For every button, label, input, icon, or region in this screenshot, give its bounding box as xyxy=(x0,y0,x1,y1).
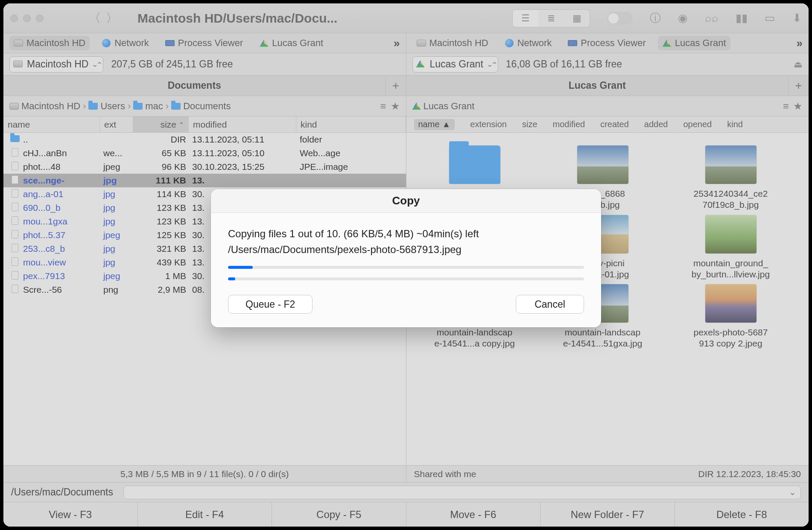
cell-modified: 13.11.2023, 05:11 xyxy=(192,134,300,145)
fn-button[interactable]: Edit - F4 xyxy=(138,502,272,527)
location-tab[interactable]: Process Viewer xyxy=(161,36,247,50)
quicklook-icon[interactable]: ◉ xyxy=(678,12,688,25)
location-tab[interactable]: Process Viewer xyxy=(564,36,650,50)
location-tab[interactable]: Lucas Grant xyxy=(658,36,730,50)
close-button[interactable] xyxy=(10,15,18,22)
status-bar: 5,3 MB / 5,5 MB in 9 / 11 file(s). 0 / 0… xyxy=(3,465,809,482)
cancel-button[interactable]: Cancel xyxy=(516,295,584,314)
table-row[interactable]: ..DIR13.11.2023, 05:11folder xyxy=(3,133,406,146)
fn-button[interactable]: Move - F6 xyxy=(406,502,541,527)
column-headers-left: name ext size⌃ modified kind xyxy=(3,116,406,133)
breadcrumb-item[interactable]: Macintosh HD xyxy=(21,101,80,112)
breadcrumb-right[interactable]: Lucas Grant ≡ ★ xyxy=(406,96,809,116)
display-icon[interactable]: ▭ xyxy=(765,12,775,25)
view-mode-segment[interactable]: ☰ ≣ ▦ xyxy=(512,9,590,27)
file-icon xyxy=(12,162,18,170)
fn-button[interactable]: View - F3 xyxy=(3,502,138,527)
location-tab[interactable]: Macintosh HD xyxy=(412,36,493,50)
breadcrumb-left[interactable]: Macintosh HD›Users›mac›Documents≡★ xyxy=(3,96,406,116)
binoculars-icon[interactable]: ⌕⌕ xyxy=(705,12,719,25)
window-controls xyxy=(10,15,44,22)
minimize-button[interactable] xyxy=(23,15,31,22)
cell-size: 111 KB xyxy=(137,175,192,186)
folder-icon xyxy=(171,103,181,110)
pause-icon[interactable]: ▮▮ xyxy=(736,12,748,25)
col-ext[interactable]: ext xyxy=(100,116,133,132)
free-space-left: 207,5 GB of 245,11 GB free xyxy=(111,58,233,70)
file-icon xyxy=(12,148,18,157)
tab-label: Process Viewer xyxy=(178,38,243,49)
thumbnail xyxy=(705,284,757,323)
path-dropdown[interactable] xyxy=(123,486,801,499)
col-name[interactable]: name xyxy=(3,116,100,132)
table-row[interactable]: cHJ...anBnwe...65 KB13.11.2023, 05:10Web… xyxy=(3,146,406,160)
google-drive-icon xyxy=(412,102,421,110)
path-tab-left[interactable]: Documents xyxy=(3,76,386,96)
cell-ext: jpg xyxy=(103,203,137,213)
command-path-bar: /Users/mac/Documents xyxy=(3,482,809,502)
col-kind[interactable]: kind xyxy=(727,119,743,129)
table-row[interactable]: phot....48jpeg96 KB30.10.2023, 15:25JPE.… xyxy=(3,160,406,174)
cell-ext: jpg xyxy=(103,216,137,227)
grid-view-icon[interactable]: ▦ xyxy=(564,10,590,27)
tabs-overflow-icon[interactable]: » xyxy=(797,37,803,50)
queue-button[interactable]: Queue - F2 xyxy=(228,295,313,314)
eject-icon[interactable]: ⏏ xyxy=(794,59,803,70)
nav-back-button[interactable]: 〈 xyxy=(86,10,103,27)
volume-name: Lucas Grant xyxy=(430,58,483,70)
menu-icon[interactable]: ≡ xyxy=(783,100,789,112)
file-icon xyxy=(12,230,18,239)
zoom-button[interactable] xyxy=(36,15,44,22)
grid-item[interactable]: 25341240344_ce270f19c8_b.jpg xyxy=(671,146,791,211)
cell-name: 253...c8_b xyxy=(23,244,103,254)
location-tab[interactable]: Macintosh HD xyxy=(9,36,90,50)
item-label: mountain_ground_by_burtn...llview.jpg xyxy=(692,258,770,280)
location-tab[interactable]: Network xyxy=(97,36,153,50)
column-view-icon[interactable]: ≣ xyxy=(538,10,564,27)
star-icon[interactable]: ★ xyxy=(793,100,803,112)
col-extension[interactable]: extension xyxy=(470,119,507,129)
col-name[interactable]: name ▲ xyxy=(414,119,455,130)
col-added[interactable]: added xyxy=(644,119,668,129)
col-size[interactable]: size xyxy=(522,119,537,129)
cell-kind: JPE...image xyxy=(300,162,406,172)
add-tab-left[interactable]: + xyxy=(386,76,406,96)
cell-name: Scre...-56 xyxy=(23,285,103,295)
toggle-switch[interactable] xyxy=(607,12,633,25)
tab-label: Network xyxy=(517,38,552,49)
grid-item[interactable]: mountain_ground_by_burtn...llview.jpg xyxy=(671,215,791,280)
nav-forward-button[interactable]: 〉 xyxy=(103,10,120,27)
fn-button[interactable]: Copy - F5 xyxy=(272,502,406,527)
fn-button[interactable]: Delete - F8 xyxy=(675,502,809,527)
star-icon[interactable]: ★ xyxy=(391,100,400,112)
col-opened[interactable]: opened xyxy=(683,119,712,129)
path-tab-right[interactable]: Lucas Grant xyxy=(406,76,789,96)
volume-selector-left[interactable]: Macintosh HD xyxy=(9,56,103,73)
add-tab-right[interactable]: + xyxy=(788,76,809,96)
status-right-b: DIR 12.12.2023, 18:45:30 xyxy=(698,469,801,479)
list-view-icon[interactable]: ☰ xyxy=(513,10,538,27)
cell-name: phot....48 xyxy=(23,162,103,172)
col-created[interactable]: created xyxy=(600,119,629,129)
col-modified[interactable]: modified xyxy=(553,119,585,129)
cell-size: 123 KB xyxy=(137,203,192,213)
breadcrumb-item[interactable]: Documents xyxy=(183,101,231,112)
dialog-title: Copy xyxy=(211,189,601,213)
fn-button[interactable]: New Folder - F7 xyxy=(540,502,675,527)
location-tab[interactable]: Network xyxy=(500,36,556,50)
table-row[interactable]: sce...nge-jpg111 KB13. xyxy=(3,174,406,187)
col-modified[interactable]: modified xyxy=(189,116,296,132)
volume-selector-right[interactable]: Lucas Grant xyxy=(412,56,498,73)
breadcrumb-item[interactable]: Users xyxy=(100,101,125,112)
tabs-overflow-icon[interactable]: » xyxy=(394,37,400,50)
cell-kind: folder xyxy=(300,134,406,145)
col-kind[interactable]: kind xyxy=(296,116,406,132)
col-size[interactable]: size⌃ xyxy=(133,116,189,132)
location-tab[interactable]: Lucas Grant xyxy=(255,36,327,50)
info-icon[interactable]: ⓘ xyxy=(650,11,661,26)
grid-item[interactable]: pexels-photo-5687913 copy 2.jpeg xyxy=(671,284,791,349)
menu-icon[interactable]: ≡ xyxy=(380,100,386,112)
breadcrumb-item[interactable]: mac xyxy=(145,101,163,112)
free-space-right: 16,08 GB of 16,11 GB free xyxy=(506,58,622,70)
download-icon[interactable]: ⬇ xyxy=(792,12,802,25)
